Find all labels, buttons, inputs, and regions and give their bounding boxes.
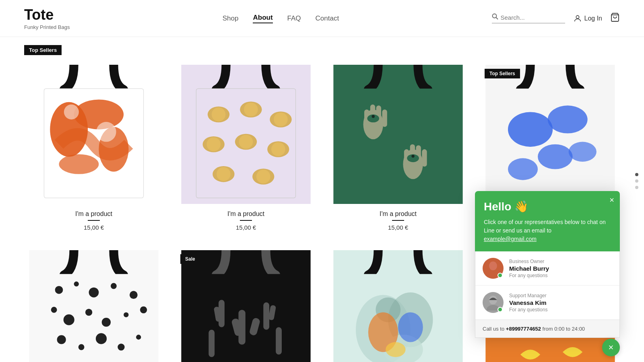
svg-point-66 [140,306,147,313]
chat-phone: +89997774652 [506,326,541,332]
chat-agent-1[interactable]: Business Owner Michael Burry For any que… [475,251,619,286]
svg-point-65 [124,312,128,317]
chat-email-link[interactable]: example@gmail.com [484,236,537,242]
product-image-wrap [328,65,468,204]
chat-footer: Call us to +89997774652 from 0:00 to 24:… [475,320,619,337]
product-divider [88,220,100,221]
product-image-wrap [176,65,316,204]
scroll-dot [635,186,638,189]
sale-badge: Sale [180,254,200,264]
product-info: I'm a product 15,00 € [24,210,163,231]
svg-point-21 [206,137,221,151]
svg-point-71 [136,335,141,339]
chat-agent-2[interactable]: Support Manager Vanessa Kim For any ques… [475,286,619,320]
search-input[interactable] [501,14,565,21]
svg-point-19 [274,113,288,127]
svg-point-49 [508,112,553,147]
chat-body: Business Owner Michael Burry For any que… [475,251,620,338]
svg-point-2 [576,15,579,18]
svg-point-68 [78,344,85,350]
nav-about[interactable]: About [253,14,272,23]
product-card[interactable]: I'm a product 15,00 € [24,250,163,362]
chat-description: Click one of our representatives below t… [484,218,611,243]
product-price: 15,00 € [24,224,163,231]
product-card[interactable]: Sale I [176,250,316,362]
agent-avatar-wrap-2 [483,292,504,313]
chat-description-text: Click one of our representatives below t… [484,219,606,234]
svg-point-52 [508,158,538,180]
product-card[interactable]: I'm a product 15,00 € [328,250,468,362]
main-nav: Shop About FAQ Contact [223,14,339,23]
product-card[interactable]: I'm a product 15,00 € [176,65,316,231]
cart-button[interactable] [610,12,620,24]
product-price: 15,00 € [328,224,468,231]
svg-point-64 [102,318,111,327]
svg-point-50 [548,105,588,133]
scroll-dot [635,179,638,183]
search-icon [492,13,498,21]
top-sellers-badge: Top Sellers [24,45,62,55]
svg-point-58 [89,288,99,298]
agent-status-online-1 [497,273,503,278]
nav-contact[interactable]: Contact [316,14,339,23]
svg-point-69 [96,333,107,344]
chat-hours: from 0:00 to 24:00 [543,326,585,332]
login-button[interactable]: Log In [573,14,602,23]
product-price: 15,00 € [176,224,316,231]
brand-title: Tote [24,6,70,23]
nav-faq[interactable]: FAQ [287,14,301,23]
product-card[interactable]: I'm a product 15,00 € [328,65,468,231]
svg-point-59 [111,283,117,289]
site-header: Tote Funky Printed Bags Shop About FAQ C… [0,0,644,37]
svg-rect-44 [422,149,427,167]
agent-role-2: Support Manager [509,293,612,298]
product-image-wrap: Sale [176,250,316,362]
login-label: Log In [584,15,602,22]
svg-point-10 [96,122,116,142]
svg-point-63 [85,309,92,316]
svg-point-27 [217,167,231,181]
agent-name-2: Vanessa Kim [509,299,612,306]
scroll-indicator [635,173,638,189]
top-sellers-badge2: Top Sellers [485,69,520,78]
svg-point-57 [74,282,79,286]
product-card[interactable]: I'm a product 15,00 € [24,65,163,231]
agent-name-1: Michael Burry [509,265,612,272]
agent-status-online-2 [497,307,503,312]
svg-point-60 [130,291,138,299]
chat-close-button[interactable]: × [609,196,614,204]
chat-minimize-button[interactable]: × [602,339,620,356]
chat-header: × Hello 👋 Click one of our representativ… [475,191,620,251]
svg-point-9 [59,154,99,174]
chat-widget: × Hello 👋 Click one of our representativ… [475,191,620,338]
svg-rect-85 [208,330,215,357]
agent-tagline-2: For any questions [509,307,612,313]
svg-point-29 [256,170,270,184]
svg-rect-36 [382,109,387,127]
nav-shop[interactable]: Shop [223,14,239,23]
product-image-wrap [24,65,163,204]
agent-tagline-1: For any questions [509,273,612,278]
svg-rect-86 [276,327,282,355]
svg-point-23 [239,135,253,149]
product-divider [240,220,252,221]
svg-point-62 [64,314,74,325]
agent-info-1: Business Owner Michael Burry For any que… [509,259,612,278]
brand-logo[interactable]: Tote Funky Printed Bags [24,6,70,30]
brand-subtitle: Funky Printed Bags [24,24,70,30]
svg-point-17 [244,103,258,117]
chat-footer-text: Call us to [483,326,504,332]
header-actions: Log In [492,12,620,24]
svg-point-98 [489,261,497,270]
svg-point-56 [55,286,63,294]
product-image-wrap: Top Sellers [481,65,620,204]
search-container[interactable] [492,13,565,23]
product-name: I'm a product [24,210,163,218]
agent-role-1: Business Owner [509,259,612,264]
svg-point-61 [51,307,57,313]
agent-info-2: Support Manager Vanessa Kim For any ques… [509,293,612,313]
product-divider [392,220,404,221]
close-icon: × [609,342,614,353]
agent-avatar-wrap-1 [483,258,504,279]
svg-point-67 [57,335,66,344]
